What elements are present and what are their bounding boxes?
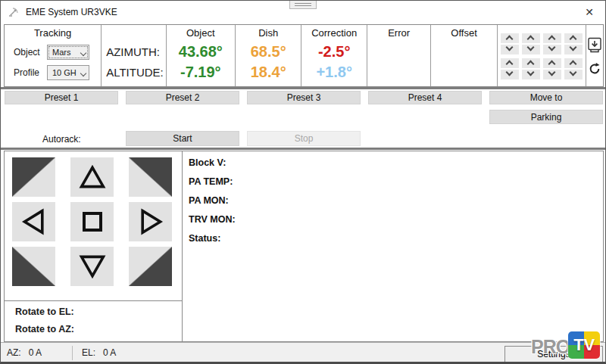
error-altitude-value: [367, 62, 430, 82]
move-up-button[interactable]: [70, 157, 114, 197]
app-window: EME System UR3VKE ✕ Tracking Object Mars…: [0, 0, 606, 364]
section-divider: [1, 87, 606, 89]
pro-tv-logo-tv-text: TV: [568, 331, 600, 359]
move-down-right-button[interactable]: [129, 247, 172, 286]
error-azimuth-value: [367, 42, 430, 62]
preset-3-button[interactable]: Preset 3: [247, 91, 361, 104]
el-current-label: EL:: [82, 347, 95, 358]
correction-azimuth-value: -2.5°: [301, 42, 366, 62]
direction-pad: [12, 157, 172, 286]
offset-down-icon[interactable]: [522, 45, 540, 54]
profile-label: Profile: [5, 67, 47, 78]
close-icon[interactable]: ✕: [573, 1, 605, 23]
stop-motion-button[interactable]: [70, 202, 114, 241]
move-up-left-button[interactable]: [12, 157, 55, 197]
offset-up-icon[interactable]: [543, 58, 561, 68]
chevron-down-icon: [80, 49, 86, 55]
move-left-button[interactable]: [12, 202, 55, 241]
save-to-file-icon[interactable]: [586, 36, 603, 54]
window-title: EME System UR3VKE: [26, 7, 117, 17]
az-current-label: AZ:: [7, 347, 21, 358]
object-readout-column: Object 43.68° -7.19°: [166, 25, 235, 86]
tracking-header: Tracking: [5, 25, 101, 42]
refresh-icon[interactable]: [588, 62, 601, 76]
offset-up-icon[interactable]: [501, 33, 519, 43]
object-altitude-value: -7.19°: [167, 62, 235, 82]
offset-readout-column: Offset: [430, 25, 496, 86]
move-to-button[interactable]: Move to: [489, 91, 603, 104]
object-azimuth-value: 43.68°: [167, 42, 235, 62]
object-column-header: Object: [167, 25, 235, 42]
object-select[interactable]: Mars: [47, 45, 89, 60]
offset-down-icon[interactable]: [564, 45, 583, 54]
pa-mon-label: PA MON:: [189, 195, 603, 214]
move-up-right-button[interactable]: [129, 157, 172, 197]
offset-up-icon[interactable]: [564, 33, 583, 43]
offset-up-icon[interactable]: [522, 58, 540, 68]
title-bar: EME System UR3VKE ✕: [1, 1, 605, 23]
move-down-left-button[interactable]: [12, 247, 55, 286]
pro-tv-logo-text: PRO: [531, 336, 570, 358]
profile-select[interactable]: 10 GH: [47, 65, 89, 80]
altitude-offset-steppers: [501, 58, 583, 79]
offset-up-icon[interactable]: [522, 33, 540, 43]
offset-up-icon[interactable]: [564, 58, 583, 68]
azimuth-row-label: AZIMUTH:: [102, 42, 165, 62]
dish-altitude-value: 18.4°: [236, 62, 301, 82]
statusbar-divider: [72, 346, 73, 360]
offset-column-header: Offset: [431, 25, 496, 42]
offset-altitude-value: [431, 62, 496, 82]
rotate-to-box: Rotate to EL: Rotate to AZ:: [5, 300, 182, 341]
preset-1-button[interactable]: Preset 1: [5, 91, 118, 104]
move-right-button[interactable]: [129, 202, 172, 241]
preset-4-button[interactable]: Preset 4: [368, 91, 482, 104]
offset-azimuth-value: [431, 42, 496, 62]
chevron-down-icon: [80, 70, 86, 76]
azimuth-offset-steppers: [501, 33, 583, 54]
offset-down-icon[interactable]: [501, 45, 519, 54]
autotrack-start-button[interactable]: Start: [126, 131, 239, 146]
el-current-value: 0 A: [103, 347, 116, 358]
tracking-group: Tracking Object Mars Profile 10 GH: [5, 25, 101, 86]
pa-temp-label: PA TEMP:: [189, 176, 603, 195]
offset-down-icon[interactable]: [564, 70, 583, 79]
window-grip-handle[interactable]: [289, 1, 317, 9]
autotrack-stop-button[interactable]: Stop: [247, 131, 361, 146]
object-select-value: Mars: [52, 48, 70, 57]
offset-up-icon[interactable]: [543, 33, 561, 43]
altitude-row-label: ALTITUDE:: [102, 62, 165, 82]
trv-mon-label: TRV MON:: [189, 214, 603, 233]
dish-azimuth-value: 68.5°: [236, 42, 301, 62]
correction-readout-column: Correction -2.5° +1.8°: [301, 25, 366, 86]
preset-2-button[interactable]: Preset 2: [126, 91, 239, 104]
dish-column-header: Dish: [236, 25, 301, 42]
tracking-panel: Tracking Object Mars Profile 10 GH AZIMU…: [4, 24, 604, 87]
pro-tv-watermark: PRO TV: [531, 331, 600, 359]
profile-select-value: 10 GH: [52, 68, 77, 77]
offset-down-icon[interactable]: [522, 70, 540, 79]
offset-down-icon[interactable]: [543, 70, 561, 79]
pro-tv-logo-box: TV: [568, 331, 600, 359]
dish-readout-column: Dish 68.5° 18.4°: [235, 25, 301, 86]
section-divider: [1, 148, 606, 150]
offset-down-icon[interactable]: [543, 45, 561, 54]
telemetry-panel: Block V: PA TEMP: PA MON: TRV MON: Statu…: [182, 151, 604, 342]
manual-control-panel: Rotate to EL: Rotate to AZ:: [4, 151, 183, 342]
rotate-to-el-label: Rotate to EL:: [15, 306, 182, 324]
rotate-to-az-label: Rotate to AZ:: [15, 324, 182, 341]
object-label: Object: [5, 47, 47, 58]
status-bar: AZ: 0 A EL: 0 A Settings: [1, 342, 606, 362]
status-label: Status:: [189, 233, 603, 252]
az-current-value: 0 A: [29, 347, 42, 358]
axis-label-column: AZIMUTH: ALTITUDE:: [101, 25, 165, 86]
autotrack-label: Autorack:: [42, 134, 81, 145]
offset-down-icon[interactable]: [501, 70, 519, 79]
offset-up-icon[interactable]: [501, 58, 519, 68]
parking-button[interactable]: Parking: [489, 110, 603, 124]
block-v-label: Block V:: [189, 157, 603, 176]
correction-column-header: Correction: [301, 25, 366, 42]
panel-tools-column: [586, 25, 603, 86]
move-down-button[interactable]: [70, 247, 114, 286]
offset-adjust-column: [497, 25, 586, 86]
error-readout-column: Error: [367, 25, 430, 86]
